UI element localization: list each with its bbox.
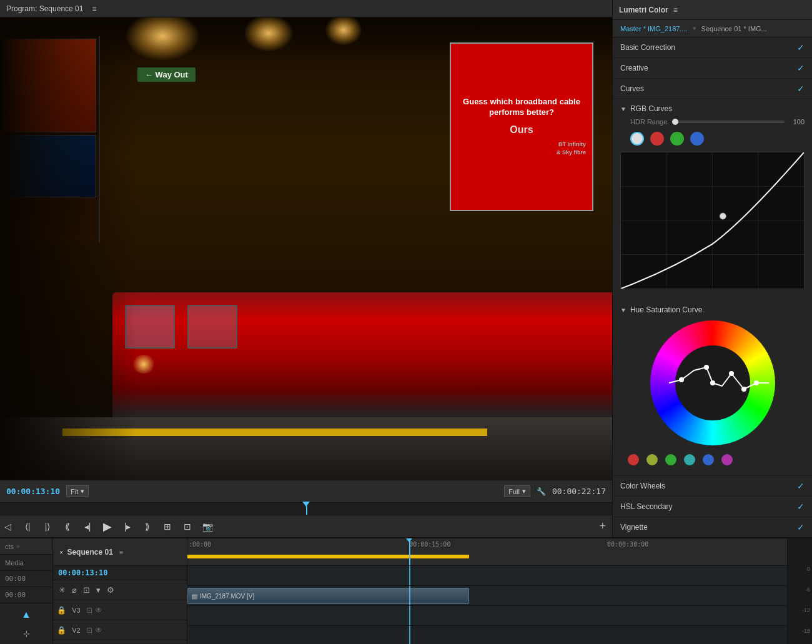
sequence-menu-icon[interactable]: ≡ (119, 548, 123, 556)
vignette-section[interactable]: Vignette ✓ (613, 517, 812, 537)
rgb-channel-green[interactable] (670, 132, 684, 146)
v2-lock-icon[interactable]: 🔒 (57, 626, 66, 635)
clip-v2[interactable]: ▤ IMG_2187.MOV [V] (187, 588, 469, 604)
track-header-v2: 🔒 V2 ⊡ 👁 (53, 620, 187, 640)
hsl-secondary-section[interactable]: HSL Secondary ✓ (613, 496, 812, 517)
go-to-in-button[interactable]: ⟨| (20, 519, 35, 534)
go-to-out-button[interactable]: |⟩ (40, 519, 55, 534)
track-lane-v3[interactable] (187, 566, 787, 586)
hue-wheel[interactable] (650, 320, 775, 445)
fit-dropdown[interactable]: Fit ▾ (66, 485, 89, 497)
video-frame: ← Way Out Guess which broadband cable pe… (0, 17, 612, 480)
work-area-bar (187, 555, 469, 558)
expand-icon[interactable]: » (16, 543, 20, 550)
play-button[interactable]: ▶ (100, 519, 115, 534)
link-tool[interactable]: ⌀ (70, 583, 79, 597)
mini-row-time2: 00:00 (0, 587, 52, 603)
svg-point-7 (679, 377, 684, 382)
playhead-v1 (409, 606, 410, 625)
mini-panel-header: cts » (0, 538, 52, 555)
rgb-channel-all[interactable] (630, 132, 644, 146)
monitor-menu-icon[interactable]: ≡ (92, 4, 96, 13)
color-dot-red[interactable] (628, 454, 639, 465)
insert-button[interactable]: ⊞ (160, 519, 175, 534)
creative-checkbox[interactable]: ✓ (797, 63, 805, 73)
hue-sat-collapse[interactable]: ▼ (620, 307, 626, 314)
ripple-tool[interactable]: ⊹ (2, 625, 50, 642)
lumetri-panel: Lumetri Color ≡ Master * IMG_2187.... ▾ … (612, 0, 812, 537)
color-dot-olive[interactable] (646, 454, 658, 465)
timeline-tracks: ▤ IMG_2187.MOV [V] (187, 566, 787, 644)
basic-correction-checkbox[interactable]: ✓ (797, 42, 805, 52)
step-back-button[interactable]: ⟪ (60, 519, 75, 534)
billboard-subtext: Ours (510, 123, 533, 137)
rgb-channel-blue[interactable] (690, 132, 704, 146)
color-wheels-checkbox[interactable]: ✓ (797, 481, 805, 491)
monitor-scrubber[interactable] (0, 502, 612, 515)
full-dropdown[interactable]: Full ▾ (504, 485, 530, 497)
color-dot-magenta[interactable] (721, 454, 733, 465)
track-lane-v2[interactable]: ▤ IMG_2187.MOV [V] (187, 586, 787, 606)
hdr-slider[interactable] (672, 121, 785, 123)
timeline-timecode: 00:00:13:10 (58, 568, 107, 577)
rgb-channel-red[interactable] (650, 132, 664, 146)
billboard: Guess which broadband cable performs bet… (450, 42, 593, 211)
svg-point-8 (704, 365, 709, 370)
color-dot-green[interactable] (665, 454, 676, 465)
svg-point-10 (729, 371, 734, 376)
v3-source-icon[interactable]: ⊡ (86, 606, 92, 615)
curves-label: Curves (620, 84, 797, 93)
marker-tool[interactable]: ▾ (94, 583, 102, 597)
frame-fwd-button[interactable]: |▸ (120, 519, 135, 534)
step-fwd-button[interactable]: ⟫ (140, 519, 155, 534)
hdr-range-row: HDR Range 100 (620, 118, 805, 126)
overwrite-button[interactable]: ⊡ (180, 519, 195, 534)
hue-sat-header: ▼ Hue Saturation Curve (620, 305, 805, 314)
hdr-label: HDR Range (630, 118, 667, 126)
vignette-checkbox[interactable]: ✓ (797, 522, 805, 532)
timeline-ruler[interactable]: :00:00 00:00:15:00 00:00:30:00 (187, 538, 787, 566)
billboard-text: Guess which broadband cable performs bet… (457, 97, 586, 118)
v2-source-icon[interactable]: ⊡ (86, 626, 92, 635)
curves-checkbox[interactable]: ✓ (797, 84, 805, 94)
frame-back-button[interactable]: ◂| (80, 519, 95, 534)
curves-canvas[interactable] (620, 152, 805, 289)
v2-eye-icon[interactable]: 👁 (95, 626, 102, 635)
arrow-tool[interactable]: ▲ (2, 606, 50, 623)
color-wheels-section[interactable]: Color Wheels ✓ (613, 475, 812, 496)
track-lane-v1[interactable] (187, 606, 787, 626)
time-val-2: 00:00 (5, 591, 26, 599)
track-select-all[interactable]: ⊡ (81, 583, 92, 597)
magnet-tool[interactable]: ✳ (57, 583, 67, 597)
lumetri-tab-master[interactable]: Master * IMG_2187.... (618, 24, 690, 34)
color-dot-cyan[interactable] (684, 454, 695, 465)
curves-svg (621, 152, 804, 289)
curves-section[interactable]: Curves ✓ (613, 79, 812, 99)
ruler-time-0: :00:00 (189, 541, 211, 548)
track-lane-a1[interactable] (187, 626, 787, 644)
v3-eye-icon[interactable]: 👁 (95, 606, 102, 615)
mini-row-time1: 00:00 (0, 571, 52, 587)
sequence-title: Sequence 01 (67, 548, 112, 557)
creative-section[interactable]: Creative ✓ (613, 58, 812, 79)
hdr-value: 100 (790, 118, 805, 126)
settings-tool[interactable]: ⚙ (105, 583, 116, 597)
lumetri-tab-sequence[interactable]: Sequence 01 * IMG... (699, 24, 770, 34)
svg-point-9 (710, 380, 715, 385)
hdr-slider-thumb[interactable] (672, 119, 678, 125)
monitor-titlebar: Program: Sequence 01 ≡ (0, 0, 612, 17)
monitor-title: Program: Sequence 01 (6, 4, 83, 13)
lumetri-menu-icon[interactable]: ≡ (673, 6, 678, 14)
db-18: -18 (788, 628, 810, 634)
wrench-icon[interactable]: 🔧 (537, 487, 546, 496)
close-sequence-icon[interactable]: × (59, 548, 63, 556)
hsl-secondary-checkbox[interactable]: ✓ (797, 502, 805, 512)
mark-in-button[interactable]: ◁ (0, 519, 15, 534)
color-dot-blue[interactable] (703, 454, 714, 465)
add-transport-button[interactable]: + (599, 520, 606, 533)
v3-lock-icon[interactable]: 🔒 (57, 606, 66, 615)
basic-correction-section[interactable]: Basic Correction ✓ (613, 37, 812, 58)
clip-icon-v2: ▤ (192, 593, 197, 600)
export-frame-button[interactable]: 📷 (200, 519, 215, 534)
rgb-curves-collapse[interactable]: ▼ (620, 106, 626, 112)
